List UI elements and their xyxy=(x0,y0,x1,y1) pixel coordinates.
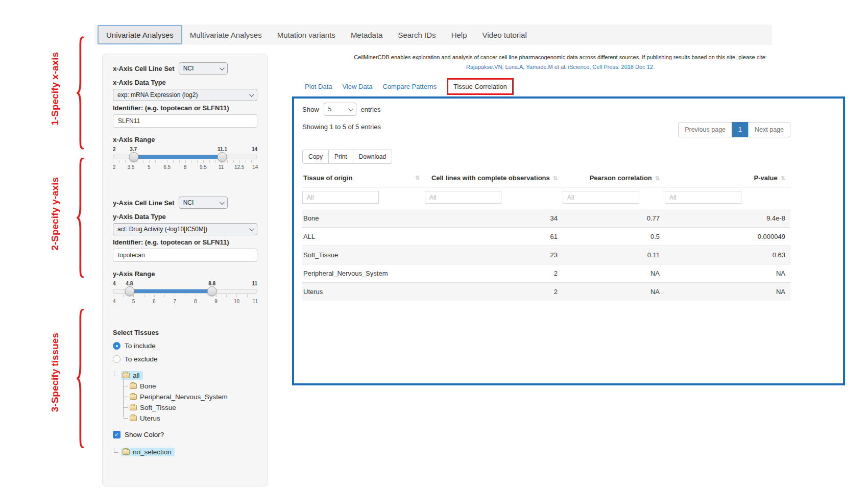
selection-tree: no_selection xyxy=(113,447,257,457)
x-range-low-handle[interactable] xyxy=(129,152,138,162)
control-sidebar: x-Axis Cell Line Set NCI x-Axis Data Typ… xyxy=(102,54,268,486)
y-axis-data-type-select[interactable]: act: Drug Activity (-log10[IC50M]) xyxy=(113,223,257,235)
tree-node-soft-tissue[interactable]: Soft_Tissue xyxy=(123,402,257,413)
print-button[interactable]: Print xyxy=(328,150,353,164)
y-axis-cell-line-set-select[interactable]: NCI xyxy=(179,197,228,209)
sort-icon: ⇅ xyxy=(781,175,785,181)
y-range-fill xyxy=(130,289,212,293)
y-axis-identifier-label: Identifier: (e.g. topotecan or SLFN11) xyxy=(113,238,257,246)
nav-tab-search-ids[interactable]: Search IDs xyxy=(390,25,443,45)
y-range-high-handle[interactable] xyxy=(207,286,216,296)
next-page-button[interactable]: Next page xyxy=(748,122,790,137)
x-axis-cell-line-set-value: NCI xyxy=(183,65,194,72)
column-header-pearson-correlation[interactable]: Pearson correlation⇅ xyxy=(563,170,665,187)
copy-button[interactable]: Copy xyxy=(302,150,329,164)
table-header-row: Tissue of origin⇅ Cell lines with comple… xyxy=(302,170,790,187)
tree-connector-icon xyxy=(114,448,118,453)
y-range-tickmarks xyxy=(113,295,257,297)
tissue-correlation-table: Tissue of origin⇅ Cell lines with comple… xyxy=(302,170,790,301)
filter-tissue-input[interactable] xyxy=(302,191,379,204)
column-header-cell-lines[interactable]: Cell lines with complete observations⇅ xyxy=(425,170,563,187)
table-row[interactable]: Uterus 2 NA NA xyxy=(302,283,790,301)
nav-tab-multivariate-analyses[interactable]: Multivariate Analyses xyxy=(182,25,270,45)
filter-pearson-input[interactable] xyxy=(563,191,639,204)
table-row[interactable]: ALL 61 0.5 0.000049 xyxy=(302,228,790,246)
tree-node-no-selection[interactable]: no_selection xyxy=(113,447,257,457)
to-exclude-radio[interactable]: To exclude xyxy=(113,355,257,363)
annotation-brace-1 xyxy=(75,34,84,152)
previous-page-button[interactable]: Previous page xyxy=(678,122,732,137)
tree-node-uterus[interactable]: Uterus xyxy=(123,413,257,424)
folder-icon xyxy=(130,394,137,400)
x-axis-data-type-label: x-Axis Data Type xyxy=(113,79,257,86)
sort-icon: ⇅ xyxy=(415,175,420,181)
showing-entries-text: Showing 1 to 5 of 5 entries xyxy=(302,123,381,131)
y-axis-range-label: y-Axis Range xyxy=(113,270,257,278)
show-color-checkbox[interactable]: ✓ Show Color? xyxy=(113,431,257,438)
filter-p-value-input[interactable] xyxy=(665,191,741,204)
x-range-fill xyxy=(134,155,222,159)
x-range-track[interactable] xyxy=(113,155,257,159)
tree-node-all[interactable]: all xyxy=(113,370,257,381)
to-include-label: To include xyxy=(125,342,156,350)
pagination: Previous page 1 Next page xyxy=(678,122,790,137)
citation-block: CellMinerCDB enables exploration and ana… xyxy=(278,54,842,70)
top-navigation-bar: Univariate Analyses Multivariate Analyse… xyxy=(94,25,772,45)
tab-compare-patterns[interactable]: Compare Patterns xyxy=(383,83,437,90)
y-range-max-label: 11 xyxy=(252,281,257,286)
y-range-high-handle-label: 8.8 xyxy=(208,281,215,286)
tree-node-peripheral-nervous-system[interactable]: Peripheral_Nervous_System xyxy=(123,392,257,402)
y-axis-data-type-label: y-Axis Data Type xyxy=(113,213,257,221)
nav-tab-mutation-variants[interactable]: Mutation variants xyxy=(270,25,343,45)
table-row[interactable]: Soft_Tissue 23 0.11 0.63 xyxy=(302,246,790,264)
annotation-brace-3 xyxy=(75,305,84,452)
table-row[interactable]: Peripheral_Nervous_System 2 NA NA xyxy=(302,264,790,283)
nav-tab-metadata[interactable]: Metadata xyxy=(343,25,391,45)
y-range-track[interactable] xyxy=(113,289,257,294)
y-range-min-label: 4 xyxy=(113,281,116,286)
citation-text: CellMinerCDB enables exploration and ana… xyxy=(278,54,842,60)
folder-icon xyxy=(130,416,137,421)
tab-view-data[interactable]: View Data xyxy=(342,83,372,90)
x-axis-range-slider[interactable]: 2 3.7 11.1 14 2 3.5 5 6.5 8 9.5 11 12.5 … xyxy=(113,147,257,171)
y-range-tick-labels: 4 5 6 7 8 9 10 11 xyxy=(113,299,257,305)
y-axis-identifier-input[interactable] xyxy=(113,249,257,262)
tree-connector-icon xyxy=(114,371,118,376)
result-tabs: Plot Data View Data Compare Patterns Tis… xyxy=(305,76,514,97)
citation-link[interactable]: Rajapakse.VN, Luna.A, Yamade.M et al. iS… xyxy=(278,64,842,70)
page-length-select[interactable]: 5 xyxy=(324,103,356,116)
entries-label: entries xyxy=(361,106,381,113)
x-axis-data-type-select[interactable]: exp: mRNA Expression (log2) xyxy=(113,89,257,101)
show-label: Show xyxy=(302,106,319,113)
radio-unselected-icon xyxy=(113,355,120,363)
to-include-radio[interactable]: To include xyxy=(113,342,257,350)
checkbox-checked-icon: ✓ xyxy=(113,431,120,438)
sort-icon: ⇅ xyxy=(655,175,660,181)
column-header-p-value[interactable]: P-value⇅ xyxy=(665,170,790,187)
tree-node-bone[interactable]: Bone xyxy=(123,381,257,392)
sort-icon: ⇅ xyxy=(553,175,558,181)
download-button[interactable]: Download xyxy=(353,150,392,164)
tab-tissue-correlation[interactable]: Tissue Correlation xyxy=(447,78,514,95)
y-range-low-handle[interactable] xyxy=(125,286,135,296)
annotation-step3-label: 3-Specify tissues xyxy=(50,333,61,412)
nav-tab-univariate-analyses[interactable]: Univariate Analyses xyxy=(98,25,182,44)
chevron-down-icon xyxy=(249,92,254,97)
tissue-correlation-panel: Show 5 entries Showing 1 to 5 of 5 entri… xyxy=(292,96,845,385)
folder-icon xyxy=(130,405,137,410)
column-header-tissue-of-origin[interactable]: Tissue of origin⇅ xyxy=(302,170,425,187)
nav-tab-video-tutorial[interactable]: Video tutorial xyxy=(474,25,534,45)
x-axis-cell-line-set-select[interactable]: NCI xyxy=(179,62,228,75)
x-axis-identifier-input[interactable] xyxy=(113,114,257,128)
page-1-button[interactable]: 1 xyxy=(732,122,749,137)
folder-icon xyxy=(123,449,130,455)
tab-plot-data[interactable]: Plot Data xyxy=(305,83,332,90)
y-axis-cell-line-set-label: y-Axis Cell Line Set xyxy=(113,199,175,207)
chevron-down-icon xyxy=(348,106,353,111)
nav-tab-help[interactable]: Help xyxy=(444,25,475,45)
y-axis-range-slider[interactable]: 4 4.8 8.8 11 4 5 6 7 8 9 10 11 xyxy=(113,281,257,305)
x-range-high-handle[interactable] xyxy=(217,152,227,162)
filter-cell-lines-input[interactable] xyxy=(425,191,501,204)
annotation-step2-label: 2-Specify y-axis xyxy=(50,177,61,251)
table-row[interactable]: Bone 34 0.77 9.4e-8 xyxy=(302,209,790,228)
